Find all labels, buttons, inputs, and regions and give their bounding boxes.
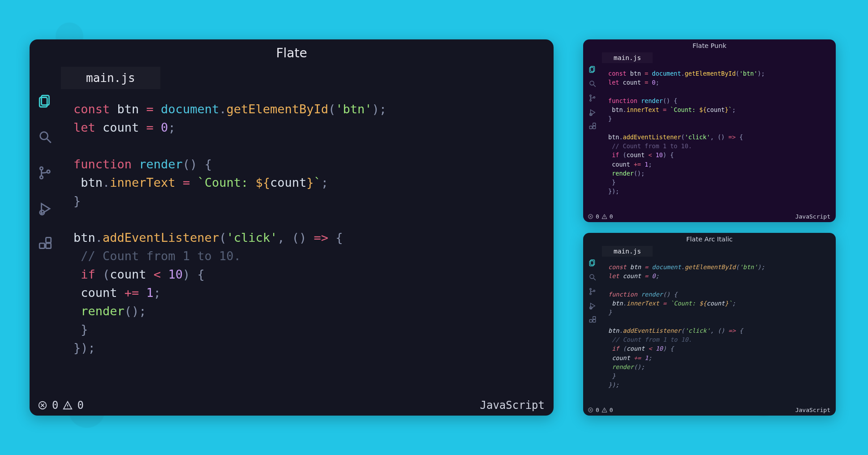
warning-icon[interactable] bbox=[602, 214, 607, 219]
window-title: Flate Arc Italic bbox=[583, 233, 836, 245]
error-icon[interactable] bbox=[588, 214, 593, 219]
activity-bar bbox=[583, 64, 602, 210]
git-icon[interactable] bbox=[38, 165, 53, 180]
language-indicator[interactable]: JavaScript bbox=[795, 213, 830, 220]
editor-flate-punk: Flate Punk main.js const btn = document.… bbox=[583, 39, 836, 222]
debug-icon[interactable] bbox=[589, 302, 597, 310]
extensions-icon[interactable] bbox=[589, 316, 597, 324]
tab-main-js[interactable]: main.js bbox=[602, 246, 653, 257]
activity-bar bbox=[583, 258, 602, 404]
files-icon[interactable] bbox=[38, 94, 53, 109]
warning-count: 0 bbox=[610, 407, 613, 413]
search-icon[interactable] bbox=[589, 80, 597, 88]
tab-main-js[interactable]: main.js bbox=[61, 67, 160, 89]
language-indicator[interactable]: JavaScript bbox=[480, 399, 545, 412]
warning-count: 0 bbox=[610, 213, 613, 220]
search-icon[interactable] bbox=[589, 273, 597, 281]
git-icon[interactable] bbox=[589, 94, 597, 102]
activity-bar bbox=[30, 91, 61, 395]
warning-icon[interactable] bbox=[602, 407, 607, 413]
language-indicator[interactable]: JavaScript bbox=[795, 407, 830, 413]
extensions-icon[interactable] bbox=[38, 237, 53, 252]
error-icon[interactable] bbox=[588, 407, 593, 413]
code-area[interactable]: const btn = document.getElementById('btn… bbox=[602, 64, 836, 210]
code-area[interactable]: const btn = document.getElementById('btn… bbox=[602, 258, 836, 404]
error-count: 0 bbox=[596, 407, 599, 413]
debug-icon[interactable] bbox=[589, 108, 597, 116]
editor-flate-arc: Flate Arc Italic main.js const btn = doc… bbox=[583, 233, 836, 416]
code-area[interactable]: const btn = document.getElementById('btn… bbox=[61, 91, 554, 395]
status-bar: 0 0 JavaScript bbox=[583, 210, 836, 222]
editor-flate: Flate main.js const btn = document.getEl… bbox=[30, 39, 554, 416]
error-count: 0 bbox=[52, 399, 58, 412]
extensions-icon[interactable] bbox=[589, 123, 597, 131]
status-bar: 0 0 JavaScript bbox=[583, 404, 836, 416]
window-title: Flate bbox=[30, 39, 554, 65]
tab-main-js[interactable]: main.js bbox=[602, 52, 653, 63]
error-icon[interactable] bbox=[38, 400, 47, 410]
tab-row: main.js bbox=[583, 245, 836, 258]
warning-count: 0 bbox=[77, 399, 83, 412]
debug-icon[interactable] bbox=[38, 201, 53, 216]
files-icon[interactable] bbox=[589, 65, 597, 73]
tab-row: main.js bbox=[30, 65, 554, 91]
files-icon[interactable] bbox=[589, 259, 597, 267]
search-icon[interactable] bbox=[38, 129, 53, 145]
warning-icon[interactable] bbox=[63, 400, 73, 410]
git-icon[interactable] bbox=[589, 288, 597, 296]
error-count: 0 bbox=[596, 213, 599, 220]
tab-row: main.js bbox=[583, 51, 836, 64]
window-title: Flate Punk bbox=[583, 39, 836, 51]
status-bar: 0 0 JavaScript bbox=[30, 395, 554, 416]
